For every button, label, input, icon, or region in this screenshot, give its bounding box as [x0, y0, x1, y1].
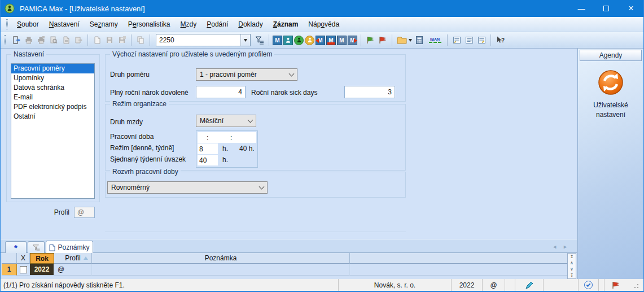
save-icon[interactable]: [104, 34, 115, 46]
status-company: Novák, s. r. o.: [338, 279, 451, 291]
table-vertical-scrollbar[interactable]: ↥ ∧ ∨ ↧: [567, 253, 576, 279]
user-settings-agenda-icon[interactable]: [597, 69, 624, 98]
row-x-cell[interactable]: [17, 264, 30, 276]
ok-check-icon[interactable]: [578, 279, 598, 291]
scroll-up-button[interactable]: ∧: [568, 260, 576, 266]
settings-listbox: Pracovní poměry Upomínky Datová schránka…: [11, 63, 95, 199]
table-row[interactable]: 1 2022 @: [2, 264, 577, 276]
insert-note-icon[interactable]: [451, 34, 462, 46]
context-help-icon[interactable]: ?: [494, 34, 506, 46]
druh-pomeru-label: Druh poměru: [110, 69, 150, 80]
menu-item-podani[interactable]: Podání: [201, 18, 233, 32]
documents-folder-icon[interactable]: [396, 34, 413, 46]
maximize-button[interactable]: [594, 0, 619, 17]
new-record-icon[interactable]: [91, 34, 103, 46]
menu-item-doklady[interactable]: Doklady: [233, 18, 268, 32]
user-settings-agenda-label[interactable]: Uživatelské nastavení: [578, 101, 643, 120]
worktime-input[interactable]: : :: [198, 132, 256, 143]
settings-form-area: Nastavení Pracovní poměry Upomínky Datov…: [1, 49, 577, 239]
menu-item-nastaveni[interactable]: Nastavení: [44, 18, 85, 32]
dropdown-arrow-icon: [244, 39, 247, 42]
dovolena-input[interactable]: 4: [196, 86, 246, 98]
settings-item-pracovni-pomery[interactable]: Pracovní poměry: [11, 64, 94, 73]
agendy-header[interactable]: Agendy: [580, 50, 642, 61]
druh-pomeru-select[interactable]: 1 - pracovní poměr: [196, 68, 297, 81]
weekly-contract-input[interactable]: 40: [198, 155, 218, 165]
former-employees-icon[interactable]: [305, 36, 314, 45]
status-spacer: [505, 279, 515, 291]
tab-new[interactable]: *: [5, 241, 27, 254]
record-number-dropdown-button[interactable]: [240, 34, 250, 46]
exit-icon[interactable]: [11, 34, 22, 46]
menu-item-napoveda[interactable]: Nápověda: [303, 18, 344, 32]
payroll-list-icon[interactable]: M: [337, 36, 347, 45]
tab-filter[interactable]: [28, 241, 45, 254]
print-icon[interactable]: [36, 34, 47, 46]
print-agenda-icon[interactable]: [23, 34, 34, 46]
header-x[interactable]: X: [17, 253, 30, 264]
red-flag-icon[interactable]: [604, 279, 627, 291]
menu-item-soubor[interactable]: Soubor: [12, 18, 44, 32]
record-number-combobox[interactable]: 2250: [156, 34, 251, 46]
profil-input[interactable]: @: [74, 207, 95, 218]
payroll-current-icon[interactable]: M: [326, 36, 336, 45]
sick-days-input[interactable]: 3: [344, 86, 395, 98]
menu-item-personalistika[interactable]: Personalistika: [123, 18, 176, 32]
red-flag-icon[interactable]: [377, 34, 388, 46]
row-checkbox[interactable]: [20, 266, 27, 273]
header-poznamka[interactable]: Poznámka: [92, 253, 350, 264]
menu-item-seznamy[interactable]: Seznamy: [85, 18, 123, 32]
filter-icon[interactable]: [254, 34, 265, 46]
rozvrh-select[interactable]: Rovnoměrný: [107, 181, 268, 194]
row-rok-cell[interactable]: 2022: [30, 264, 54, 276]
window-title: PAMICA Max - [Uživatelské nastavení]: [20, 5, 145, 13]
green-flag-icon[interactable]: [365, 34, 376, 46]
iban-icon[interactable]: IBAN: [426, 34, 444, 46]
row-profil-cell[interactable]: @: [54, 264, 92, 276]
header-rownum: [2, 253, 17, 264]
minimize-button[interactable]: —: [569, 0, 594, 17]
sick-days-label: Roční nárok sick days: [251, 88, 317, 98]
druh-mzdy-select[interactable]: Měsíční: [196, 115, 256, 127]
employee-card-icon[interactable]: [283, 36, 293, 45]
calculator-icon[interactable]: [414, 34, 425, 46]
settings-item-datova-schranka[interactable]: Datová schránka: [11, 83, 94, 93]
active-employees-icon[interactable]: [294, 36, 304, 45]
show-text-icon[interactable]: [463, 34, 475, 46]
export-icon[interactable]: [73, 34, 84, 46]
personnel-icon[interactable]: M: [273, 36, 282, 45]
druh-mzdy-label: Druh mzdy: [110, 117, 143, 128]
tab-scroll-right-button[interactable]: ►: [563, 244, 568, 250]
daily-hours-unit: h.: [222, 143, 228, 154]
payroll-next-icon[interactable]: M: [348, 36, 357, 45]
header-rok[interactable]: Rok: [30, 253, 54, 264]
records-table: X Rok Profil Poznámka 1 2022 @ ↥ ∧ ∨ ↧: [1, 253, 577, 279]
print-preview-icon[interactable]: [48, 34, 59, 46]
header-profil[interactable]: Profil: [54, 253, 92, 264]
close-button[interactable]: ×: [619, 0, 643, 17]
settings-item-pdf-podpis[interactable]: PDF elektronický podpis: [11, 102, 94, 112]
profil-label: Profil: [6, 207, 69, 218]
settings-item-upominky[interactable]: Upomínky: [11, 73, 94, 83]
scroll-down-button[interactable]: ∨: [568, 266, 576, 272]
row-poznamka-cell[interactable]: [92, 264, 350, 276]
tab-poznamky[interactable]: Poznámky: [46, 241, 93, 254]
resize-grip[interactable]: [627, 279, 643, 291]
settings-item-ostatni[interactable]: Ostatní: [11, 112, 94, 121]
payroll-prev-icon[interactable]: M: [316, 36, 325, 45]
menu-item-mzdy[interactable]: Mzdy: [176, 18, 202, 32]
copy-icon[interactable]: [135, 34, 146, 46]
settings-item-email[interactable]: E-mail: [11, 93, 94, 102]
daily-hours-input[interactable]: 8: [198, 143, 218, 154]
pdf-export-icon[interactable]: [60, 34, 72, 46]
menu-item-zaznam[interactable]: Záznam: [268, 18, 304, 32]
edit-note-icon[interactable]: [476, 34, 487, 46]
scroll-last-button[interactable]: ↧: [568, 272, 576, 278]
tab-poznamky-label: Poznámky: [58, 243, 89, 251]
save-copy-icon[interactable]: [116, 34, 128, 46]
pracovni-doba-label: Pracovní doba: [110, 132, 154, 142]
scroll-first-button[interactable]: ↥: [568, 254, 576, 260]
note-page-icon: [49, 244, 55, 251]
tab-scroll-left-button[interactable]: ◄: [552, 244, 557, 250]
menu-bar: Soubor Nastavení Seznamy Personalistika …: [1, 17, 643, 32]
